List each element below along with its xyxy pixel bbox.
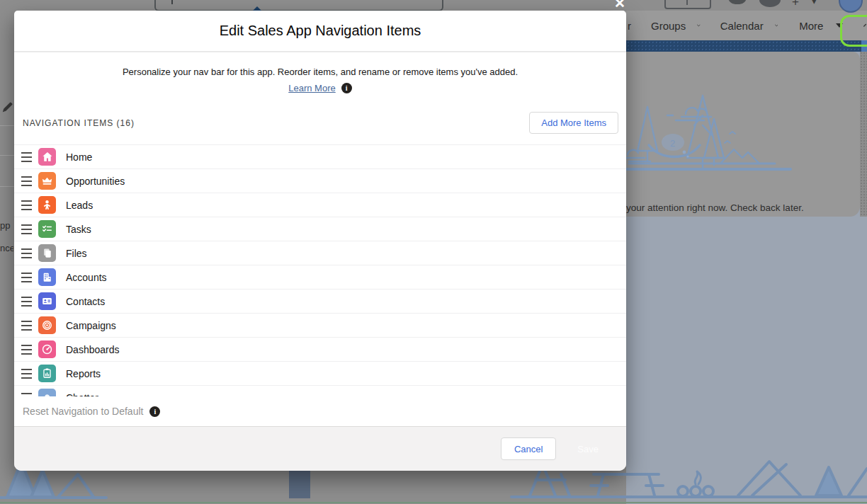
drag-handle-icon[interactable] bbox=[21, 200, 32, 210]
drag-handle-icon[interactable] bbox=[21, 369, 32, 379]
person-star-icon bbox=[38, 196, 56, 214]
gauge-icon bbox=[38, 340, 56, 358]
nav-item-label: Contacts bbox=[66, 296, 105, 307]
home-icon bbox=[38, 148, 56, 166]
info-icon[interactable]: i bbox=[341, 83, 352, 93]
nav-items-count-label: NAVIGATION ITEMS (16) bbox=[23, 118, 135, 128]
empty-state-message: your attention right now. Check back lat… bbox=[626, 202, 804, 213]
nav-item-label: Accounts bbox=[66, 272, 107, 283]
chevron-down-icon[interactable] bbox=[775, 23, 778, 28]
nav-tab-groups[interactable]: Groups bbox=[651, 20, 686, 32]
background-scrollbar-track[interactable] bbox=[860, 52, 867, 217]
modal-footer: Cancel Save bbox=[14, 426, 626, 471]
drag-handle-icon[interactable] bbox=[21, 345, 32, 355]
nav-item-label: Chatter bbox=[66, 392, 98, 397]
screen: { "modal": { "title": "Edit Sales App Na… bbox=[0, 0, 867, 504]
background-divider bbox=[0, 155, 14, 156]
background-setup-pill-divider bbox=[686, 0, 688, 5]
add-more-items-button[interactable]: Add More Items bbox=[529, 112, 618, 134]
bullseye-icon bbox=[38, 316, 56, 334]
save-button[interactable]: Save bbox=[567, 437, 608, 460]
drag-handle-icon[interactable] bbox=[21, 297, 32, 307]
modal-close-icon[interactable]: ✕ bbox=[614, 0, 625, 11]
report-chart-icon bbox=[38, 365, 56, 382]
info-icon[interactable]: i bbox=[149, 406, 160, 417]
background-search-input[interactable] bbox=[154, 0, 443, 11]
background-setup-pill[interactable] bbox=[664, 0, 711, 9]
crown-icon bbox=[38, 172, 56, 190]
background-text-fragment: nce bbox=[0, 243, 13, 253]
drag-handle-icon[interactable] bbox=[21, 248, 32, 258]
contact-card-icon bbox=[38, 292, 56, 310]
notifications-bell-icon[interactable] bbox=[728, 0, 747, 4]
modal-title: Edit Sales App Navigation Items bbox=[220, 23, 421, 39]
nav-item-label: Opportunities bbox=[66, 176, 125, 187]
background-help-icon[interactable] bbox=[759, 0, 781, 7]
trees-hammock-illustration: 2 bbox=[626, 52, 860, 217]
search-cursor-mark bbox=[171, 0, 173, 4]
drag-handle-icon[interactable] bbox=[21, 321, 32, 331]
nav-items-list: HomeOpportunitiesLeadsTasksFilesAccounts… bbox=[14, 144, 626, 396]
learn-more-link[interactable]: Learn More bbox=[288, 83, 335, 93]
nav-item-row: Reports bbox=[14, 362, 626, 386]
nav-item-row: Home bbox=[14, 145, 626, 169]
building-icon bbox=[38, 268, 56, 286]
drag-handle-icon[interactable] bbox=[21, 224, 32, 234]
pages-icon bbox=[38, 244, 56, 262]
nav-item-row: Chatter bbox=[14, 386, 626, 396]
background-app-navbar: r Groups Calendar More bbox=[626, 11, 867, 40]
nav-item-label: Campaigns bbox=[66, 320, 116, 331]
nav-item-label: Tasks bbox=[66, 224, 91, 235]
nav-item-label: Dashboards bbox=[66, 344, 120, 355]
nav-item-row: Accounts bbox=[14, 265, 626, 290]
drag-handle-icon[interactable] bbox=[21, 176, 32, 186]
modal-description: Personalize your nav bar for this app. R… bbox=[14, 67, 626, 77]
background-divider bbox=[0, 125, 14, 126]
cancel-button[interactable]: Cancel bbox=[501, 437, 556, 460]
chevron-down-icon[interactable] bbox=[697, 23, 701, 28]
nav-item-row: Campaigns bbox=[14, 314, 626, 338]
chatter-cloud-icon bbox=[38, 389, 56, 396]
drag-handle-icon[interactable] bbox=[21, 152, 32, 162]
nav-item-row: Tasks bbox=[14, 217, 626, 241]
checklist-icon bbox=[38, 220, 56, 238]
background-pencil-icon bbox=[1, 101, 13, 114]
nav-chatter-partial-label: r bbox=[628, 20, 631, 32]
nav-items-section-header: NAVIGATION ITEMS (16) Add More Items bbox=[14, 112, 626, 134]
nav-item-row: Opportunities bbox=[14, 169, 626, 193]
modal-header: Edit Sales App Navigation Items bbox=[14, 11, 626, 52]
svg-text:2: 2 bbox=[670, 138, 675, 149]
plus-icon[interactable]: + bbox=[792, 0, 799, 9]
reset-navigation-row: Reset Navigation to Default i bbox=[14, 396, 626, 426]
nav-tab-more[interactable]: More bbox=[799, 20, 823, 32]
caret-down-icon[interactable]: ▾ bbox=[812, 0, 817, 6]
edit-nav-items-modal: Edit Sales App Navigation Items Personal… bbox=[14, 11, 626, 471]
learn-more-row: Learn More i bbox=[14, 83, 626, 93]
nav-item-row: Contacts bbox=[14, 290, 626, 314]
background-text-fragment: pp bbox=[0, 220, 13, 231]
nav-item-label: Reports bbox=[66, 368, 101, 379]
nav-item-label: Leads bbox=[66, 200, 93, 211]
nav-tab-calendar[interactable]: Calendar bbox=[720, 20, 764, 32]
bottom-edge-line bbox=[0, 502, 867, 503]
nav-item-label: Home bbox=[66, 151, 92, 163]
walkthrough-highlight-ring bbox=[840, 15, 867, 47]
reset-navigation-link[interactable]: Reset Navigation to Default bbox=[23, 406, 143, 417]
background-empty-state-card: 2 your attention right now. Check back l… bbox=[626, 52, 860, 217]
drag-handle-icon[interactable] bbox=[21, 273, 32, 282]
background-divider bbox=[0, 186, 14, 187]
nav-item-row: Leads bbox=[14, 193, 626, 217]
nav-item-row: Files bbox=[14, 241, 626, 265]
background-navy-nav-strip bbox=[626, 40, 867, 52]
nav-item-row: Dashboards bbox=[14, 338, 626, 362]
nav-item-label: Files bbox=[66, 248, 87, 259]
